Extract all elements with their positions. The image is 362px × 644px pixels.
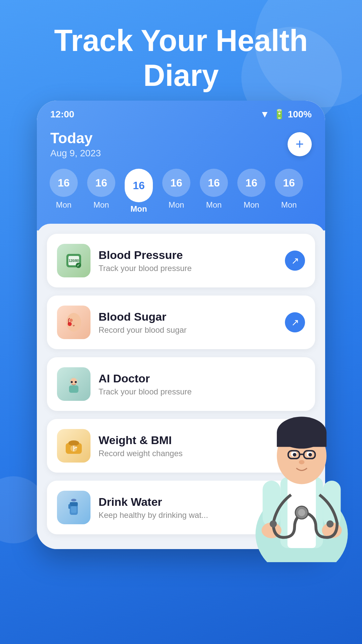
today-info: Today Aug 9, 2023 (50, 130, 101, 159)
today-header: Today Aug 9, 2023 + (37, 123, 325, 169)
today-date: Aug 9, 2023 (50, 148, 101, 159)
svg-point-36 (299, 460, 305, 464)
svg-point-43 (270, 520, 277, 527)
svg-rect-20 (71, 506, 76, 513)
svg-rect-28 (277, 433, 326, 447)
day-circle-0: 16 (50, 169, 78, 197)
svg-point-6 (69, 319, 73, 322)
health-card-blood-pressure[interactable]: 120/80 ✓ Blood PressureTrack your blood … (47, 234, 315, 287)
svg-text:✓: ✓ (77, 263, 80, 268)
today-label: Today (50, 130, 101, 147)
day-label-0: Mon (56, 200, 72, 210)
blood-pressure-text: Blood PressureTrack your blood pressure (99, 249, 277, 273)
day-label-1: Mon (94, 200, 109, 210)
svg-point-14 (68, 440, 79, 446)
svg-rect-38 (323, 480, 341, 527)
blood-sugar-title: Blood Sugar (99, 310, 277, 323)
svg-point-12 (75, 381, 77, 383)
day-circle-1: 16 (87, 169, 115, 197)
svg-point-11 (71, 381, 73, 383)
blood-pressure-title: Blood Pressure (99, 249, 277, 262)
day-item-2[interactable]: 16Mon (122, 169, 156, 214)
phone-header: 12:00 ▼ 🔋 100% Today Aug 9, 2023 + 16Mon… (37, 101, 325, 230)
svg-rect-19 (70, 502, 78, 506)
day-circle-6: 16 (275, 169, 303, 197)
day-label-5: Mon (244, 200, 259, 210)
doctor-illustration (241, 385, 362, 564)
blood-sugar-icon (57, 306, 90, 339)
svg-point-44 (326, 520, 334, 527)
day-item-1[interactable]: 16Mon (84, 169, 118, 214)
day-label-3: Mon (169, 200, 184, 210)
day-circle-4: 16 (200, 169, 228, 197)
blood-pressure-arrow[interactable]: ↗ (285, 251, 305, 271)
day-circle-5: 16 (237, 169, 265, 197)
day-item-3[interactable]: 16Mon (160, 169, 193, 214)
svg-rect-37 (263, 480, 281, 527)
day-label-4: Mon (206, 200, 222, 210)
svg-text:120/80: 120/80 (69, 259, 79, 263)
svg-point-31 (293, 453, 297, 457)
blood-pressure-icon: 120/80 ✓ (57, 244, 90, 277)
day-label-2: Mon (130, 204, 147, 214)
day-item-4[interactable]: 16Mon (197, 169, 231, 214)
day-label-6: Mon (281, 200, 297, 210)
svg-point-21 (71, 499, 76, 501)
day-circle-3: 16 (162, 169, 190, 197)
status-bar: 12:00 ▼ 🔋 100% (37, 101, 325, 123)
day-item-6[interactable]: 16Mon (272, 169, 306, 214)
svg-point-32 (308, 453, 312, 457)
svg-rect-22 (68, 504, 70, 509)
add-button[interactable]: + (288, 132, 312, 156)
day-circle-2: 16 (125, 169, 153, 202)
blood-pressure-subtitle: Track your blood pressure (99, 264, 277, 273)
ai-doctor-icon (57, 367, 90, 401)
blood-sugar-arrow[interactable]: ↗ (285, 312, 305, 332)
day-selector: 16Mon16Mon16Mon16Mon16Mon16Mon16Mon (37, 169, 325, 217)
weight-bmi-icon (57, 429, 90, 463)
wifi-icon: ▼ (260, 109, 269, 120)
health-card-blood-sugar[interactable]: Blood SugarRecord your blood sugar↗ (47, 296, 315, 349)
status-time: 12:00 (50, 109, 74, 120)
svg-rect-10 (69, 385, 78, 393)
svg-point-42 (298, 509, 305, 516)
battery-icon: 🔋 100% (274, 109, 312, 120)
blood-sugar-text: Blood SugarRecord your blood sugar (99, 310, 277, 335)
ai-doctor-title: AI Doctor (99, 372, 305, 385)
drink-water-icon (57, 491, 90, 524)
status-right: ▼ 🔋 100% (260, 109, 312, 120)
blood-sugar-subtitle: Record your blood sugar (99, 325, 277, 335)
day-item-5[interactable]: 16Mon (235, 169, 268, 214)
day-item-0[interactable]: 16Mon (47, 169, 80, 214)
